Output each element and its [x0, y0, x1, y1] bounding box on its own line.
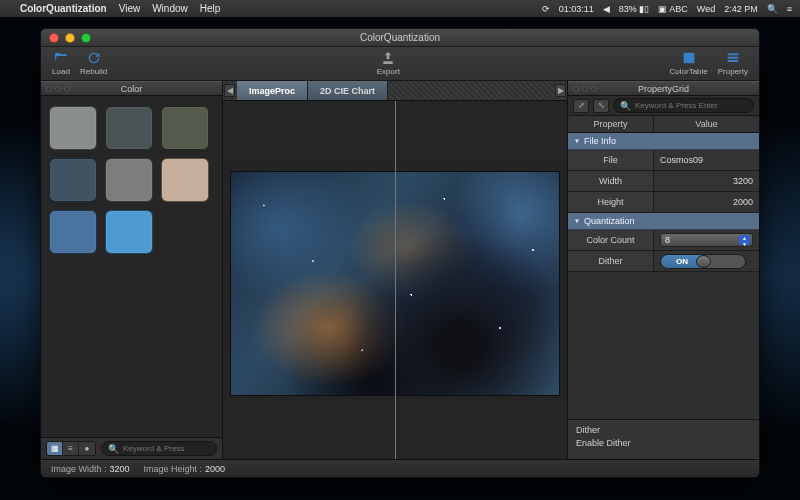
- property-grid-header: Property Value: [568, 116, 759, 133]
- dither-toggle[interactable]: ON: [660, 254, 746, 269]
- colorcount-value: 8: [665, 235, 670, 245]
- property-toolbar-label: Property: [718, 67, 748, 76]
- row-width: Width 3200: [568, 171, 759, 192]
- folder-open-icon: [52, 50, 70, 66]
- help-title: Dither: [576, 425, 751, 435]
- row-colorcount: Color Count 8 ▲▼: [568, 230, 759, 251]
- color-swatch[interactable]: [161, 106, 209, 150]
- panel-dots-icon: [46, 86, 70, 92]
- image-icon: [680, 50, 698, 66]
- search-icon: 🔍: [620, 101, 631, 111]
- stepper-arrows-icon[interactable]: ▲▼: [739, 235, 750, 245]
- tab-prev-button[interactable]: ◀: [224, 84, 235, 97]
- clock-time: 2:42 PM: [724, 4, 758, 14]
- file-value[interactable]: Cosmos09: [654, 150, 759, 170]
- property-help-box: Dither Enable Dither: [568, 419, 759, 459]
- window-titlebar[interactable]: ColorQuantization: [41, 29, 759, 47]
- toggle-knob: [696, 255, 711, 268]
- colortable-button[interactable]: ColorTable: [665, 50, 713, 76]
- search-icon: 🔍: [108, 444, 119, 454]
- row-height: Height 2000: [568, 192, 759, 213]
- tab-cie-chart[interactable]: 2D CIE Chart: [308, 81, 388, 100]
- file-label: File: [568, 150, 654, 170]
- color-swatch[interactable]: [49, 210, 97, 254]
- export-button[interactable]: Export: [372, 50, 405, 76]
- list-icon[interactable]: ≡: [787, 4, 792, 14]
- input-source[interactable]: ▣ ABC: [658, 4, 688, 14]
- window-footer: Image Width :3200 Image Height :2000: [41, 459, 759, 477]
- color-swatch[interactable]: [105, 106, 153, 150]
- collapse-all-button[interactable]: ⤡: [593, 99, 609, 113]
- sync-icon[interactable]: ⟳: [542, 4, 550, 14]
- app-window: ColorQuantization Load Rebuild Export Co…: [40, 28, 760, 478]
- list-view-icon[interactable]: ≡: [63, 442, 79, 455]
- height-value: 2000: [654, 192, 759, 212]
- compare-divider[interactable]: [395, 101, 396, 459]
- expand-all-button[interactable]: ⤢: [573, 99, 589, 113]
- color-search-placeholder: Keyword & Press: [123, 444, 184, 453]
- color-swatch[interactable]: [49, 106, 97, 150]
- colorcount-stepper[interactable]: 8 ▲▼: [660, 233, 753, 247]
- dot-view-icon[interactable]: ●: [79, 442, 95, 455]
- color-panel-footer: ▦ ≡ ● 🔍 Keyword & Press: [41, 437, 222, 459]
- property-search-input[interactable]: 🔍 Keyword & Press Enter: [613, 98, 754, 113]
- view-mode-segmented[interactable]: ▦ ≡ ●: [46, 441, 96, 456]
- row-dither: Dither ON: [568, 251, 759, 272]
- width-label: Width: [568, 171, 654, 191]
- app-menu[interactable]: ColorQuantization: [20, 3, 107, 14]
- color-swatch[interactable]: [105, 158, 153, 202]
- grid-view-icon[interactable]: ▦: [47, 442, 63, 455]
- section-fileinfo[interactable]: File Info: [568, 133, 759, 150]
- property-panel: PropertyGrid ⤢ ⤡ 🔍 Keyword & Press Enter…: [567, 81, 759, 459]
- property-toolbar-button[interactable]: Property: [713, 50, 753, 76]
- window-title: ColorQuantization: [41, 32, 759, 43]
- color-search-input[interactable]: 🔍 Keyword & Press: [101, 441, 217, 456]
- panel-dots-icon: [573, 86, 597, 92]
- rebuild-button[interactable]: Rebuild: [75, 50, 112, 76]
- load-label: Load: [52, 67, 70, 76]
- colorcount-label: Color Count: [568, 230, 654, 250]
- dither-label: Dither: [568, 251, 654, 271]
- menu-window[interactable]: Window: [152, 3, 188, 14]
- dither-cell: ON: [654, 251, 759, 271]
- width-value: 3200: [654, 171, 759, 191]
- colortable-label: ColorTable: [670, 67, 708, 76]
- clock-day: Wed: [697, 4, 715, 14]
- menu-help[interactable]: Help: [200, 3, 221, 14]
- footer-height-label: Image Height :2000: [144, 464, 226, 474]
- export-icon: [379, 50, 397, 66]
- color-swatch[interactable]: [49, 158, 97, 202]
- help-body: Enable Dither: [576, 438, 751, 448]
- color-panel-header: Color: [41, 81, 222, 96]
- system-menubar: ColorQuantization View Window Help ⟳ 01:…: [0, 0, 800, 18]
- color-panel-title: Color: [121, 84, 143, 94]
- menu-view[interactable]: View: [119, 3, 141, 14]
- tab-imageproc[interactable]: ImageProc: [237, 81, 308, 100]
- row-file: File Cosmos09: [568, 150, 759, 171]
- colorcount-cell: 8 ▲▼: [654, 230, 759, 250]
- refresh-icon: [85, 50, 103, 66]
- property-empty-area: [568, 272, 759, 419]
- main-toolbar: Load Rebuild Export ColorTable Property: [41, 47, 759, 81]
- spotlight-icon[interactable]: 🔍: [767, 4, 778, 14]
- rebuild-label: Rebuild: [80, 67, 107, 76]
- swatch-grid: [41, 96, 222, 437]
- tab-strip: ◀ ImageProc 2D CIE Chart ▶: [223, 81, 567, 101]
- section-quantization[interactable]: Quantization: [568, 213, 759, 230]
- timer-status: 01:03:11: [559, 4, 594, 14]
- battery-status: 83% ▮▯: [619, 4, 650, 14]
- tab-next-button[interactable]: ▶: [555, 84, 566, 97]
- export-label: Export: [377, 67, 400, 76]
- property-panel-title: PropertyGrid: [638, 84, 689, 94]
- footer-width-label: Image Width :3200: [51, 464, 130, 474]
- color-panel: Color ▦ ≡ ● 🔍 Keyword & Press: [41, 81, 223, 459]
- volume-icon[interactable]: ◀: [603, 4, 610, 14]
- height-label: Height: [568, 192, 654, 212]
- header-property: Property: [568, 116, 654, 132]
- color-swatch[interactable]: [105, 210, 153, 254]
- property-panel-header: PropertyGrid: [568, 81, 759, 96]
- load-button[interactable]: Load: [47, 50, 75, 76]
- header-value: Value: [654, 116, 759, 132]
- color-swatch[interactable]: [161, 158, 209, 202]
- image-canvas-panel: ◀ ImageProc 2D CIE Chart ▶: [223, 81, 567, 459]
